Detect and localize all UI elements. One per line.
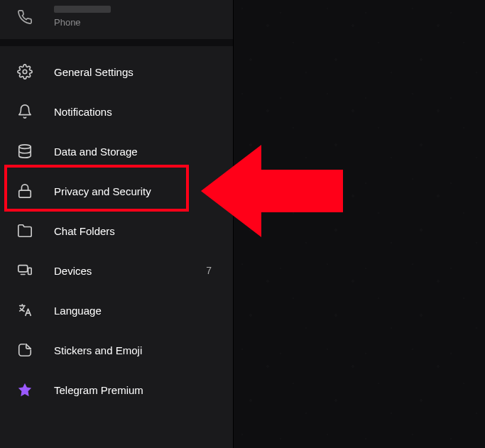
chat-pattern-overlay (234, 0, 485, 448)
devices-count-badge: 7 (206, 265, 212, 276)
profile-phone-label: Phone (54, 17, 111, 28)
menu-label: Devices (54, 265, 185, 277)
profile-phone-row[interactable]: Phone (0, 0, 233, 39)
sticker-icon (17, 342, 33, 358)
menu-item-privacy-security[interactable]: Privacy and Security (0, 171, 233, 211)
menu-item-general-settings[interactable]: General Settings (0, 52, 233, 92)
svg-point-1 (19, 145, 31, 149)
bell-icon (17, 104, 33, 119)
menu-item-notifications[interactable]: Notifications (0, 92, 233, 131)
settings-menu: General Settings Notifications Data and … (0, 46, 233, 410)
menu-label: Chat Folders (54, 225, 216, 237)
menu-label: Notifications (54, 106, 216, 118)
gear-icon (17, 64, 33, 80)
menu-label: Language (54, 305, 216, 317)
menu-label: Stickers and Emoji (54, 344, 216, 356)
settings-sidebar: Phone General Settings Notifications Dat… (0, 0, 233, 448)
chat-background (233, 0, 485, 448)
menu-label: General Settings (54, 66, 216, 78)
lock-icon (17, 183, 33, 199)
language-icon (17, 302, 33, 318)
devices-icon (17, 263, 33, 278)
phone-icon (17, 9, 33, 25)
menu-label: Privacy and Security (54, 185, 216, 197)
svg-rect-2 (19, 190, 31, 197)
menu-item-devices[interactable]: Devices 7 (0, 251, 233, 290)
svg-rect-4 (28, 268, 32, 274)
profile-phone-text: Phone (54, 6, 111, 28)
menu-item-language[interactable]: Language (0, 290, 233, 330)
database-icon (17, 143, 33, 159)
folder-icon (17, 223, 33, 239)
profile-phone-value-redacted (54, 6, 111, 13)
menu-label: Data and Storage (54, 146, 216, 158)
svg-rect-3 (18, 266, 28, 272)
menu-item-telegram-premium[interactable]: Telegram Premium (0, 370, 233, 410)
menu-item-stickers-emoji[interactable]: Stickers and Emoji (0, 330, 233, 370)
menu-item-chat-folders[interactable]: Chat Folders (0, 211, 233, 251)
menu-label: Telegram Premium (54, 384, 216, 396)
section-divider (0, 39, 233, 46)
menu-item-data-storage[interactable]: Data and Storage (0, 131, 233, 171)
star-icon (17, 382, 33, 398)
svg-point-0 (23, 70, 27, 74)
